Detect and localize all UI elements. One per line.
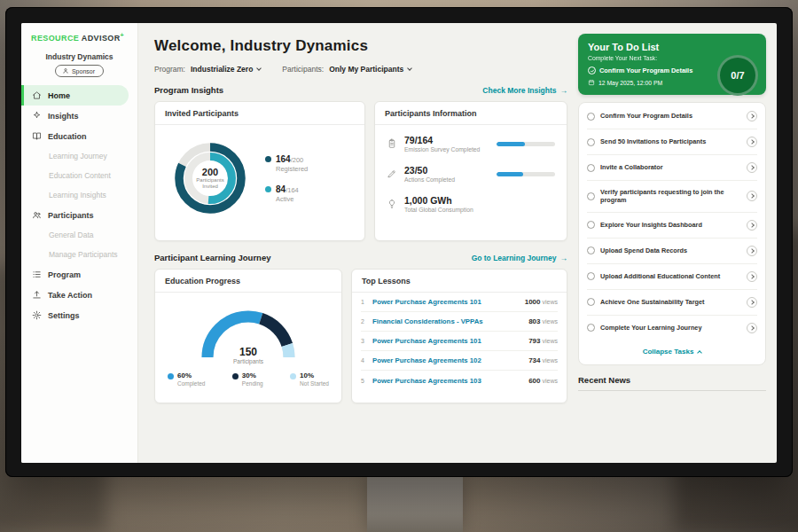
chevron-right-icon[interactable] xyxy=(747,271,757,282)
sponsor-badge[interactable]: Sponsor xyxy=(55,65,104,77)
chevron-right-icon[interactable] xyxy=(747,137,757,147)
section-title-learning-journey: Participant Learning Journey xyxy=(154,253,270,262)
sparkle-icon xyxy=(32,111,42,121)
sidebar-item-insights[interactable]: Insights xyxy=(21,106,129,126)
task-checkbox[interactable] xyxy=(587,138,595,146)
lesson-link[interactable]: Power Purchase Agreements 103 xyxy=(372,377,528,385)
legend-item-registered: 164/200 Registered xyxy=(265,154,308,173)
sidebar-item-participants[interactable]: Participants xyxy=(21,205,129,225)
lesson-link[interactable]: Power Purchase Agreements 101 xyxy=(372,337,528,345)
collapse-tasks-link[interactable]: Collapse Tasks xyxy=(587,340,757,364)
task-item-confirm-program-details[interactable]: Confirm Your Program Details xyxy=(587,104,757,129)
app-window: RESOURCE ADVISOR+ Industry Dynamics Spon… xyxy=(21,23,777,463)
lesson-row: 3 Power Purchase Agreements 101 793views xyxy=(361,332,558,351)
pencil-icon xyxy=(387,168,397,179)
go-to-learning-journey-link[interactable]: Go to Learning Journey xyxy=(472,254,567,262)
lesson-link[interactable]: Power Purchase Agreements 102 xyxy=(372,356,528,364)
sidebar-item-learning-journey[interactable]: Learning Journey xyxy=(21,146,137,166)
progress-bar xyxy=(497,142,555,146)
task-item-explore-insights[interactable]: Explore Your Insights Dashboard xyxy=(587,213,757,239)
task-checkbox[interactable] xyxy=(587,164,595,172)
task-item-upload-educational-content[interactable]: Upload Additional Educational Content xyxy=(587,264,757,290)
legend-dot xyxy=(168,373,174,379)
task-checkbox[interactable] xyxy=(587,113,595,121)
donut-legend: 164/200 Registered 84/164 Active xyxy=(265,154,308,203)
legend-dot xyxy=(232,373,239,379)
chevron-right-icon[interactable] xyxy=(747,220,757,231)
todo-progress-badge: 0/7 xyxy=(717,55,758,96)
chevron-right-icon[interactable] xyxy=(747,111,757,121)
chevron-right-icon[interactable] xyxy=(747,297,757,308)
account-name: Industry Dynamics xyxy=(21,52,137,61)
donut-center-label: Participants Invited xyxy=(190,177,231,191)
task-item-verify-participants[interactable]: Verify participants requesting to join t… xyxy=(587,181,757,213)
sidebar-item-learning-insights[interactable]: Learning Insights xyxy=(21,185,137,205)
sidebar-item-general-data[interactable]: General Data xyxy=(21,225,137,245)
filters-bar: Program: Industrialize Zero Participants… xyxy=(154,65,567,74)
task-item-invite-collaborator[interactable]: Invite a Collaborator xyxy=(587,155,757,181)
todo-next-task: Confirm Your Program Details xyxy=(588,66,709,74)
sidebar-item-manage-participants[interactable]: Manage Participants xyxy=(21,245,137,264)
main-content: Welcome, Industry Dynamics Program: Indu… xyxy=(138,23,578,463)
task-item-complete-learning-journey[interactable]: Complete Your Learning Journey xyxy=(587,316,757,340)
desk-background: RESOURCE ADVISOR+ Industry Dynamics Spon… xyxy=(0,0,798,532)
task-checkbox[interactable] xyxy=(587,221,595,229)
task-item-achieve-sustainability-target[interactable]: Achieve One Sustainability Target xyxy=(587,290,757,316)
task-checkbox[interactable] xyxy=(587,298,595,306)
chevron-down-icon xyxy=(407,66,412,71)
participants-filter-dropdown[interactable]: Only My Participants xyxy=(329,65,411,74)
task-item-upload-spend-data[interactable]: Upload Spend Data Records xyxy=(587,239,757,264)
page-title: Welcome, Industry Dynamics xyxy=(154,37,567,55)
todo-subtitle: Complete Your Next Task: xyxy=(588,55,709,61)
sidebar-item-home[interactable]: Home xyxy=(21,85,129,106)
invited-participants-card: Invited Participants 200 xyxy=(154,101,365,241)
chevron-right-icon[interactable] xyxy=(747,191,757,201)
program-filter-label: Program: xyxy=(154,65,185,74)
legend-item-active: 84/164 Active xyxy=(265,184,308,203)
gear-icon xyxy=(32,310,42,320)
sidebar-nav: Home Insights Education Learning Journey… xyxy=(21,85,137,325)
calendar-icon xyxy=(588,79,595,86)
upload-icon xyxy=(32,290,42,300)
gauge-center-value: 150 xyxy=(193,346,303,358)
person-icon xyxy=(62,67,69,74)
task-checkbox[interactable] xyxy=(587,324,595,332)
donut-center-value: 200 xyxy=(202,167,218,177)
sidebar-item-education-content[interactable]: Education Content xyxy=(21,166,137,185)
task-checkbox[interactable] xyxy=(587,192,595,200)
sidebar-item-education[interactable]: Education xyxy=(21,126,129,146)
progress-bar xyxy=(497,172,555,176)
brand-name-secondary: ADVISOR xyxy=(82,34,121,43)
chevron-right-icon[interactable] xyxy=(747,323,757,333)
check-more-insights-link[interactable]: Check More Insights xyxy=(482,86,567,95)
task-checkbox[interactable] xyxy=(587,272,595,280)
brand-logo: RESOURCE ADVISOR+ xyxy=(21,32,137,43)
lesson-link[interactable]: Financial Considerations - VPPAs xyxy=(372,317,528,325)
chevron-right-icon[interactable] xyxy=(747,162,757,173)
lesson-link[interactable]: Power Purchase Agreements 101 xyxy=(372,298,525,306)
task-checkbox[interactable] xyxy=(587,246,595,254)
bulb-icon xyxy=(387,199,397,209)
gauge-center-label: Participants xyxy=(193,358,303,364)
chevron-down-icon xyxy=(257,66,262,71)
todo-due-date: 12 May 2025, 12:00 PM xyxy=(588,79,709,86)
program-filter-dropdown[interactable]: Industrialize Zero xyxy=(191,65,261,74)
legend-dot xyxy=(265,186,271,192)
legend-item-pending: 30% Pending xyxy=(232,372,263,387)
sidebar-item-take-action[interactable]: Take Action xyxy=(21,285,129,305)
stat-global-consumption: 1,000 GWh Total Global Consumption xyxy=(387,195,555,213)
lesson-row: 4 Power Purchase Agreements 102 734views xyxy=(361,351,558,371)
sidebar-item-settings[interactable]: Settings xyxy=(21,305,129,325)
brand-plus: + xyxy=(121,32,125,38)
card-title: Participants Information xyxy=(375,102,567,125)
card-title: Top Lessons xyxy=(352,270,567,293)
todo-task-list: Confirm Your Program Details Send 50 Inv… xyxy=(578,102,766,365)
section-title-program-insights: Program Insights xyxy=(154,85,223,95)
sponsor-label: Sponsor xyxy=(72,68,95,74)
chevron-up-icon xyxy=(697,350,702,356)
legend-dot xyxy=(290,373,296,379)
task-item-send-invitations[interactable]: Send 50 Invitations to Participants xyxy=(587,129,757,155)
chevron-right-icon[interactable] xyxy=(747,246,757,256)
people-icon xyxy=(32,210,42,220)
sidebar-item-program[interactable]: Program xyxy=(21,264,129,285)
